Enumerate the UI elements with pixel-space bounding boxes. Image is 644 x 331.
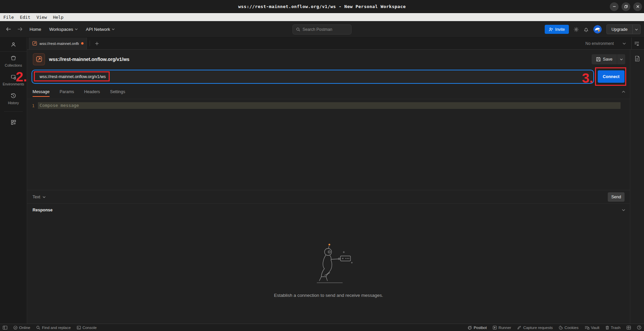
sidebar-item-history[interactable]: History — [0, 89, 27, 108]
panel-layout-button[interactable] — [627, 326, 631, 330]
find-and-replace-button[interactable]: Find and replace — [36, 326, 71, 330]
restore-button[interactable] — [622, 2, 630, 11]
sidebar-divider — [4, 111, 23, 112]
person-plus-icon — [549, 27, 553, 31]
request-title-row: wss://rest-mainnet.onflow.org/v1/ws Save — [27, 50, 630, 69]
chevron-down-icon[interactable] — [632, 25, 640, 34]
environment-quick-look-button[interactable] — [631, 38, 642, 50]
console-button[interactable]: Console — [77, 326, 97, 330]
tab-message[interactable]: Message — [33, 84, 50, 99]
url-row: 2. wss://rest-mainnet.onflow.org/v1/ws 3… — [27, 69, 630, 84]
forward-button[interactable] — [15, 24, 25, 34]
chevron-down-icon — [623, 43, 626, 45]
message-editor[interactable]: 1 Compose message — [27, 99, 630, 190]
menu-view[interactable]: View — [37, 15, 47, 20]
empty-state-caption: Establish a connection to send and recei… — [274, 293, 383, 298]
nav-home[interactable]: Home — [26, 25, 45, 34]
send-row: Text Send — [27, 190, 630, 203]
postbot-button[interactable]: Postbot — [468, 326, 487, 330]
send-button[interactable]: Send — [608, 192, 625, 202]
chevron-down-icon — [112, 28, 115, 30]
back-button[interactable] — [3, 24, 13, 34]
panel-toggle-icon — [3, 326, 7, 330]
account-avatar[interactable] — [593, 25, 602, 34]
sidebar-configure-button[interactable] — [0, 116, 27, 128]
capture-requests-button[interactable]: Capture requests — [517, 326, 553, 330]
split-panels-icon — [627, 326, 631, 330]
env-eye-icon — [634, 41, 640, 46]
empty-state-illustration — [304, 242, 354, 284]
cookie-icon — [559, 326, 563, 330]
postbot-icon — [468, 326, 472, 330]
url-input[interactable]: wss://rest-mainnet.onflow.org/v1/ws — [32, 70, 594, 84]
invite-button[interactable]: Invite — [545, 25, 569, 34]
menu-file[interactable]: File — [3, 15, 14, 20]
person-icon — [10, 42, 16, 48]
menu-edit[interactable]: Edit — [20, 15, 30, 20]
runner-button[interactable]: Runner — [493, 326, 511, 330]
vault-button[interactable]: Vault — [585, 326, 599, 330]
upgrade-button[interactable]: Upgrade — [606, 24, 641, 34]
message-type-select[interactable]: Text — [33, 195, 46, 199]
app-menubar: File Edit View Help — [0, 13, 644, 21]
tab-settings[interactable]: Settings — [110, 84, 125, 99]
annotation-step-3: 3. — [582, 71, 593, 85]
collapse-editor-chevron[interactable] — [622, 91, 625, 93]
minimize-button[interactable] — [610, 2, 619, 11]
sidebar-item-collections[interactable]: Collections — [0, 52, 27, 70]
plus-icon — [95, 42, 99, 46]
toggle-sidebar-button[interactable] — [3, 326, 7, 330]
trash-button[interactable]: Trash — [605, 326, 621, 330]
line-number: 1 — [27, 103, 38, 108]
new-tab-button[interactable] — [93, 38, 101, 49]
window-controls — [610, 0, 642, 13]
search-placeholder: Search Postman — [303, 27, 332, 32]
nav-workspaces[interactable]: Workspaces — [46, 25, 81, 34]
history-clock-icon — [10, 93, 16, 99]
request-tabstrip: wss://rest-mainnet.onflc No environment — [27, 38, 644, 50]
status-bar: Online Find and replace Console Postbot … — [0, 324, 644, 331]
divider — [90, 41, 90, 46]
capture-icon — [517, 326, 522, 330]
tab-headers[interactable]: Headers — [84, 84, 100, 99]
request-subtabs: Message Params Headers Settings — [27, 84, 630, 99]
response-header[interactable]: Response — [27, 203, 630, 216]
environment-selector[interactable]: No environment — [585, 38, 630, 50]
request-tab[interactable]: wss://rest-mainnet.onflc — [29, 38, 87, 49]
save-floppy-icon — [596, 57, 601, 62]
connect-button[interactable]: Connect — [598, 70, 625, 83]
chevron-down-icon — [75, 28, 78, 30]
websocket-icon — [32, 41, 37, 46]
settings-gear-icon[interactable] — [574, 27, 579, 32]
save-options-chevron[interactable] — [617, 54, 625, 64]
url-value: wss://rest-mainnet.onflow.org/v1/ws — [40, 74, 106, 79]
help-button[interactable] — [637, 325, 641, 330]
request-title: wss://rest-mainnet.onflow.org/v1/ws — [49, 57, 129, 62]
window-title: wss://rest-mainnet.onflow.org/v1/ws - Ne… — [238, 4, 406, 9]
online-status[interactable]: Online — [13, 326, 30, 330]
response-collapse-chevron[interactable] — [622, 209, 625, 211]
window-titlebar: wss://rest-mainnet.onflow.org/v1/ws - Ne… — [0, 0, 644, 13]
close-button[interactable] — [633, 2, 642, 11]
save-button[interactable]: Save — [592, 54, 626, 64]
response-title: Response — [33, 208, 53, 212]
check-circle-icon — [13, 326, 17, 330]
cookies-button[interactable]: Cookies — [559, 326, 579, 330]
sidebar-item-profile[interactable] — [0, 38, 27, 52]
editor-placeholder: Compose message — [38, 102, 621, 109]
documentation-icon[interactable] — [635, 56, 640, 62]
runner-icon — [493, 326, 497, 330]
websocket-request-icon — [33, 53, 45, 65]
response-empty-state: Establish a connection to send and recei… — [27, 216, 630, 324]
unsaved-indicator-dot — [81, 42, 84, 45]
vault-lock-icon — [585, 326, 589, 330]
right-rail — [630, 50, 644, 324]
notifications-bell-icon[interactable] — [584, 27, 589, 32]
trash-icon — [605, 326, 609, 330]
tab-params[interactable]: Params — [60, 84, 74, 99]
nav-api-network[interactable]: API Network — [83, 25, 118, 34]
search-icon — [36, 326, 40, 330]
console-icon — [77, 326, 81, 330]
search-input[interactable]: Search Postman — [292, 24, 352, 35]
menu-help[interactable]: Help — [53, 15, 63, 20]
